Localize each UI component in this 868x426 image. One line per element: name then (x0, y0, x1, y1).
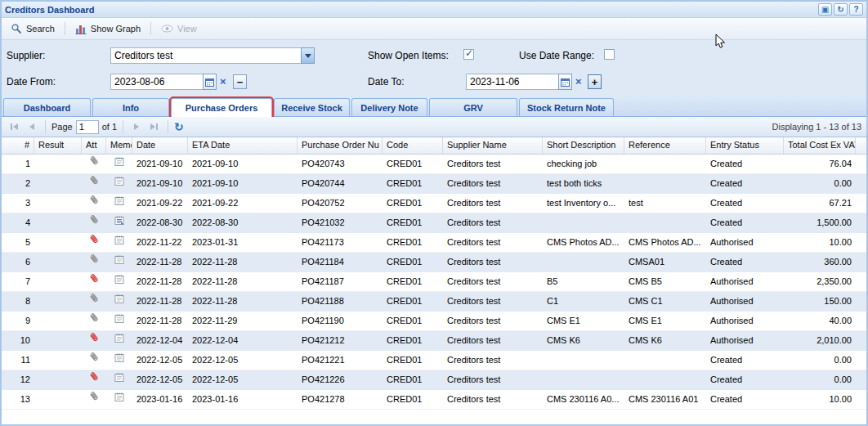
calendar-icon[interactable] (203, 74, 217, 90)
last-page-button[interactable] (147, 119, 162, 134)
show-open-items-checkbox[interactable] (463, 49, 474, 60)
supplier-input[interactable] (110, 47, 301, 64)
date-to-input[interactable] (466, 74, 558, 90)
column-header-date[interactable]: Date (132, 137, 188, 154)
grid-header: #ResultAttMemoDateETA DatePurchase Order… (2, 137, 866, 155)
tab-dashboard[interactable]: Dashboard (3, 98, 91, 116)
attachment-icon[interactable] (89, 194, 99, 213)
attachment-icon-red[interactable] (89, 272, 99, 291)
attachment-icon[interactable] (89, 253, 99, 271)
cell-total: 40.00 (784, 312, 856, 330)
table-row[interactable]: 32021-09-222021-09-22PO420752CRED01Credi… (2, 194, 866, 213)
column-header-result[interactable]: Result (34, 137, 82, 154)
tab-grv[interactable]: GRV (429, 98, 517, 116)
table-row[interactable]: 102022-12-042022-12-04PO421212CRED01Cred… (2, 331, 866, 351)
attachment-icon[interactable] (89, 213, 99, 232)
attachment-icon[interactable] (89, 174, 99, 193)
cell-code: CRED01 (383, 213, 443, 232)
next-page-button[interactable] (129, 119, 144, 134)
memo-icon[interactable] (114, 233, 125, 252)
table-row[interactable]: 82022-11-282022-11-28PO421188CRED01Credi… (2, 292, 866, 312)
help-icon[interactable]: ? (849, 3, 863, 16)
attachment-icon[interactable] (89, 155, 99, 173)
memo-icon[interactable] (114, 292, 125, 311)
column-header-num[interactable]: # (2, 137, 34, 154)
table-row[interactable]: 52022-11-222023-01-31PO421173CRED01Credi… (2, 233, 866, 253)
attachment-icon[interactable] (89, 292, 99, 311)
table-row[interactable]: 42022-08-302022-08-30PO421032CRED01Credi… (2, 213, 866, 233)
attachment-icon-red[interactable] (89, 331, 99, 350)
cell-reference: CMS K6 (624, 331, 706, 350)
table-row[interactable]: 62022-11-282022-11-28PO421184CRED01Credi… (2, 253, 866, 272)
date-from-input[interactable] (110, 74, 203, 90)
attachment-icon[interactable] (89, 351, 99, 370)
page-input[interactable] (76, 120, 99, 134)
show-graph-button[interactable]: Show Graph (69, 21, 146, 37)
tab-stock-return-note[interactable]: Stock Return Note (519, 98, 614, 116)
refresh-button[interactable]: ↻ (174, 121, 184, 132)
supplier-dropdown-trigger[interactable] (301, 47, 315, 64)
cell-att (82, 213, 106, 232)
calendar-icon[interactable] (558, 74, 572, 90)
tab-purchase-orders[interactable]: Purchase Orders (171, 98, 272, 117)
column-header-short_description[interactable]: Short Description (543, 137, 624, 154)
memo-icon[interactable] (114, 272, 125, 291)
memo-icon[interactable] (114, 351, 125, 370)
refresh-icon[interactable]: ↻ (834, 3, 848, 16)
date-from-clear-button[interactable]: × (220, 76, 226, 87)
table-row[interactable]: 22021-09-102021-09-10PO420744CRED01Credi… (2, 174, 866, 194)
column-header-eta_date[interactable]: ETA Date (188, 137, 298, 154)
column-header-supplier_name[interactable]: Supplier Name (443, 137, 543, 154)
date-from-field[interactable] (110, 74, 217, 90)
date-to-field[interactable] (466, 74, 572, 90)
attachment-icon[interactable] (89, 390, 99, 409)
memo-filled-icon[interactable] (114, 213, 125, 232)
column-header-memo[interactable]: Memo (106, 137, 132, 154)
memo-icon[interactable] (114, 253, 125, 271)
attachment-icon[interactable] (89, 312, 99, 330)
use-date-range-checkbox[interactable] (604, 49, 615, 60)
memo-icon[interactable] (114, 174, 125, 193)
date-to-increment-button[interactable]: + (588, 74, 602, 89)
table-row[interactable]: 132023-01-162023-01-16PO421278CRED01Cred… (2, 390, 866, 410)
column-header-att[interactable]: Att (82, 137, 106, 154)
column-header-po_number[interactable]: Purchase Order Nu (298, 137, 383, 154)
cell-code: CRED01 (383, 174, 443, 193)
memo-icon[interactable] (114, 370, 125, 389)
table-row[interactable]: 112022-12-052022-12-05PO421221CRED01Cred… (2, 351, 866, 370)
cell-eta_date: 2022-12-05 (188, 370, 298, 389)
prev-page-button[interactable] (25, 119, 39, 134)
cell-eta_date: 2022-11-28 (188, 272, 298, 291)
memo-icon[interactable] (114, 155, 125, 173)
table-row[interactable]: 122022-12-052022-12-05PO421226CRED01Cred… (2, 370, 866, 390)
cell-po_number: PO421187 (298, 272, 383, 291)
cell-supplier_name: Creditors test (443, 174, 543, 193)
supplier-combobox[interactable] (110, 47, 315, 64)
memo-icon[interactable] (114, 194, 125, 213)
attachment-icon-red[interactable] (89, 370, 99, 389)
date-from-decrement-button[interactable]: − (233, 74, 247, 89)
column-header-entry_status[interactable]: Entry Status (706, 137, 784, 154)
memo-icon[interactable] (114, 390, 125, 409)
tab-delivery-note[interactable]: Delivery Note (351, 98, 427, 116)
column-header-total[interactable]: Total Cost Ex VAT (784, 137, 856, 154)
first-page-button[interactable] (7, 119, 21, 134)
cell-date: 2022-11-28 (132, 272, 188, 291)
layout-icon[interactable]: ▣ (818, 3, 832, 16)
attachment-icon-red[interactable] (89, 233, 99, 252)
cell-num: 4 (2, 213, 34, 232)
table-row[interactable]: 12021-09-102021-09-10PO420743CRED01Credi… (2, 155, 866, 174)
search-button[interactable]: Search (5, 20, 60, 37)
memo-icon[interactable] (114, 312, 125, 330)
table-row[interactable]: 92022-11-282022-11-29PO421190CRED01Credi… (2, 312, 866, 331)
table-row[interactable]: 72022-11-282022-11-28PO421187CRED01Credi… (2, 272, 866, 292)
column-header-code[interactable]: Code (383, 137, 443, 154)
column-header-reference[interactable]: Reference (624, 137, 706, 154)
cell-date: 2021-09-10 (132, 174, 188, 193)
memo-icon[interactable] (114, 331, 125, 350)
cell-num: 10 (2, 331, 34, 350)
tab-receive-stock[interactable]: Receive Stock (274, 98, 350, 116)
tab-info[interactable]: Info (92, 98, 169, 116)
date-to-clear-button[interactable]: × (575, 76, 582, 87)
cell-entry_status: Authorised (706, 233, 784, 252)
